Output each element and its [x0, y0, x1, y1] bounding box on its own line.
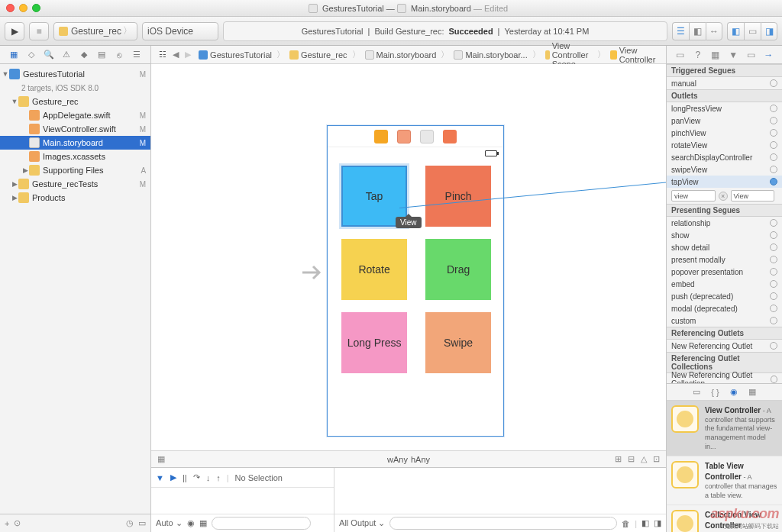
- connection-well-icon[interactable]: [770, 129, 777, 137]
- toggle-navigator-button[interactable]: ◧: [727, 22, 744, 40]
- stepout-icon[interactable]: ↑: [216, 473, 221, 482]
- issue-navigator-tab[interactable]: ⚠: [60, 49, 72, 60]
- connections-tab[interactable]: →: [762, 50, 774, 60]
- connections-inspector[interactable]: Triggered Segues manual Outlets longPres…: [667, 64, 782, 383]
- outline-toggle-icon[interactable]: ▦: [157, 454, 165, 464]
- project-navigator-tab[interactable]: ▦: [8, 49, 19, 60]
- stop-button[interactable]: ■: [29, 22, 49, 40]
- stepin-icon[interactable]: ↓: [206, 473, 211, 482]
- crumb-project[interactable]: GesturesTutorial: [196, 50, 275, 60]
- exit-dock-icon[interactable]: [420, 130, 434, 143]
- outlet-row[interactable]: pinchView: [667, 127, 782, 139]
- disconnect-icon[interactable]: ×: [719, 192, 728, 201]
- rotate-view[interactable]: Rotate: [341, 239, 407, 300]
- segue-row[interactable]: present modally: [667, 253, 782, 266]
- crumb-viewcontroller[interactable]: View Controller: [607, 46, 661, 64]
- segue-row[interactable]: relationship: [667, 217, 782, 229]
- connection-well-icon[interactable]: [770, 292, 777, 300]
- connection-well-icon[interactable]: [770, 219, 777, 227]
- tree-row[interactable]: Main.storyboardM: [0, 136, 150, 150]
- connection-well-icon[interactable]: [770, 178, 777, 185]
- stepover-icon[interactable]: ↷: [193, 472, 200, 482]
- segue-row[interactable]: popover presentation: [667, 266, 782, 278]
- initial-vc-arrow-icon[interactable]: [301, 263, 324, 282]
- debug-navigator-tab[interactable]: ▤: [96, 49, 108, 60]
- media-library-tab[interactable]: ▦: [748, 387, 756, 397]
- outlet-row[interactable]: rotateView: [667, 139, 782, 151]
- size-class-bar[interactable]: ▦ wAny hAny ⊞ ⊟ △ ⊡: [151, 450, 666, 467]
- tree-row[interactable]: ▶Products: [0, 191, 150, 205]
- minimize-icon[interactable]: [19, 4, 27, 12]
- library-item[interactable]: Table View Controller - A controller tha…: [667, 456, 782, 505]
- scheme-selector[interactable]: Gesture_rec〉: [53, 22, 137, 40]
- connection-well-icon[interactable]: [770, 256, 777, 263]
- pin-icon[interactable]: ⊟: [628, 454, 635, 464]
- outlet-row[interactable]: New Referencing Outlet: [667, 340, 782, 352]
- scm-icon[interactable]: ▭: [138, 518, 146, 528]
- recent-icon[interactable]: ◷: [126, 518, 134, 528]
- tree-row[interactable]: ViewController.swiftM: [0, 122, 150, 136]
- destination-selector[interactable]: iOS Device: [142, 22, 218, 40]
- swipe-view[interactable]: Swipe: [425, 312, 491, 373]
- library-item[interactable]: View Controller - A controller that supp…: [667, 401, 782, 456]
- connection-well-icon[interactable]: [770, 141, 777, 149]
- console-left-icon[interactable]: ◧: [641, 518, 649, 528]
- segue-row[interactable]: modal (deprecated): [667, 302, 782, 314]
- outlet-row[interactable]: longPressView: [667, 102, 782, 114]
- align-icon[interactable]: ⊞: [615, 454, 622, 464]
- variables-filter-input[interactable]: [212, 517, 311, 530]
- viewcontroller-dock-icon[interactable]: [374, 130, 388, 143]
- eye-icon[interactable]: ◉: [187, 518, 195, 528]
- project-tree[interactable]: ▼ GesturesTutorial M 2 targets, iOS SDK …: [0, 64, 150, 514]
- connection-well-icon[interactable]: [770, 268, 777, 276]
- forward-button[interactable]: ▶: [182, 50, 194, 60]
- connection-well-icon[interactable]: [770, 166, 777, 173]
- console-right-icon[interactable]: ◨: [654, 518, 661, 528]
- maximize-icon[interactable]: [32, 4, 40, 12]
- outlet-row[interactable]: tapView: [667, 176, 782, 188]
- file-inspector-tab[interactable]: ▭: [674, 50, 687, 60]
- test-navigator-tab[interactable]: ◆: [79, 49, 90, 60]
- connection-well-icon[interactable]: [770, 305, 777, 312]
- run-button[interactable]: ▶: [5, 22, 24, 40]
- jump-bar[interactable]: ☷ ◀ ▶ GesturesTutorial〉 Gesture_rec〉 Mai…: [151, 46, 666, 64]
- toggle-debug-button[interactable]: ▭: [744, 22, 761, 40]
- tree-row[interactable]: ▶Supporting FilesA: [0, 163, 150, 177]
- report-navigator-tab[interactable]: ☰: [131, 49, 143, 60]
- tree-row[interactable]: Images.xcassets: [0, 150, 150, 163]
- connection-well-icon[interactable]: [770, 117, 777, 124]
- tree-row[interactable]: ▶Gesture_recTestsM: [0, 177, 150, 191]
- file-template-tab[interactable]: ▭: [693, 387, 700, 397]
- version-editor-button[interactable]: ↔: [706, 22, 722, 40]
- toggle-inspector-button[interactable]: ◨: [761, 22, 777, 40]
- close-icon[interactable]: [6, 4, 15, 12]
- segue-row[interactable]: push (deprecated): [667, 290, 782, 302]
- breakpoints-icon[interactable]: ▶: [170, 472, 176, 482]
- identity-tab[interactable]: ▦: [709, 50, 722, 60]
- segue-row[interactable]: embed: [667, 278, 782, 290]
- find-navigator-tab[interactable]: 🔍: [43, 49, 54, 60]
- assistant-editor-button[interactable]: ◧: [689, 22, 706, 40]
- segue-row[interactable]: show: [667, 229, 782, 241]
- connection-well-icon[interactable]: [770, 317, 777, 324]
- tree-row[interactable]: ▼Gesture_rec: [0, 95, 150, 108]
- segue-row[interactable]: show detail: [667, 241, 782, 253]
- quicklook-icon[interactable]: ▦: [199, 518, 207, 528]
- connection-well-icon[interactable]: [770, 153, 777, 161]
- connection-well-icon[interactable]: [770, 231, 777, 239]
- connection-well-icon[interactable]: [770, 243, 777, 251]
- storyboard-canvas[interactable]: Tap Pinch Rotate Drag Long Press Swipe V…: [151, 64, 666, 450]
- add-icon[interactable]: +: [5, 519, 9, 528]
- connection-well-icon[interactable]: [770, 105, 777, 112]
- filter-icon[interactable]: ⊙: [14, 518, 121, 528]
- connection-well-icon[interactable]: [771, 376, 777, 383]
- object-library-tab[interactable]: ◉: [730, 387, 738, 397]
- outlet-row[interactable]: swipeView: [667, 163, 782, 176]
- outlet-row[interactable]: panView: [667, 114, 782, 127]
- crumb-storyboard[interactable]: Main.storyboard: [362, 50, 440, 60]
- device-frame[interactable]: Tap Pinch Rotate Drag Long Press Swipe: [327, 125, 504, 437]
- outlet-row[interactable]: searchDisplayController: [667, 151, 782, 163]
- symbol-navigator-tab[interactable]: ◇: [25, 49, 37, 60]
- storyboard-entry-icon[interactable]: [443, 130, 457, 143]
- outlet-row[interactable]: New Referencing Outlet Collection: [667, 373, 782, 383]
